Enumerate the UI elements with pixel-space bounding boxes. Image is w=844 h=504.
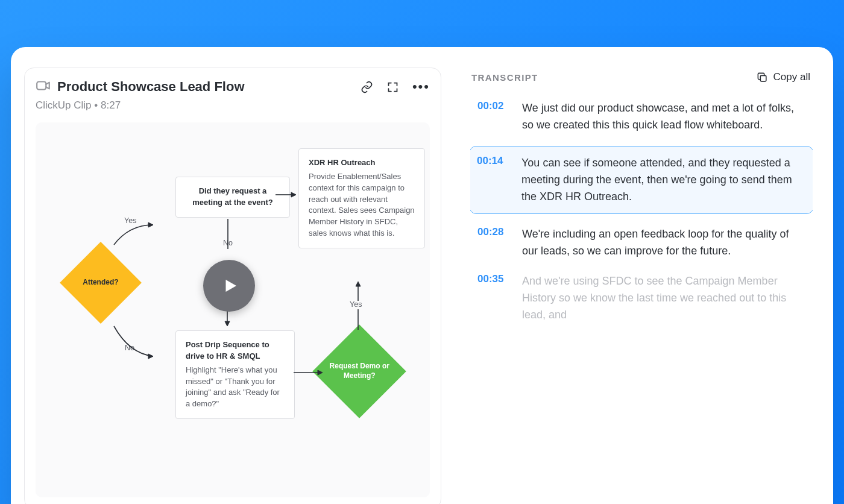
transcript-row[interactable]: 00:02 We just did our product showcase, … (470, 100, 813, 134)
node-meeting-question-text: Did they request a meeting at the event? (186, 186, 280, 209)
copy-icon (757, 72, 768, 83)
clip-duration: 8:27 (101, 99, 121, 111)
svg-marker-7 (291, 192, 296, 197)
node-xdr-title: XDR HR Outreach (309, 157, 415, 169)
node-attended-label: Attended? (83, 278, 118, 288)
transcript-heading: TRANSCRIPT (471, 72, 538, 83)
svg-rect-0 (37, 82, 46, 90)
svg-marker-2 (148, 354, 153, 359)
transcript-text: We just did our product showcase, and me… (522, 100, 804, 134)
svg-marker-12 (356, 282, 361, 286)
node-xdr-body: Provide Enablement/Sales context for thi… (309, 172, 415, 238)
node-xdr-outreach: XDR HR Outreach Provide Enablement/Sales… (298, 148, 425, 248)
separator: • (94, 99, 98, 111)
transcript-header: TRANSCRIPT Copy all (470, 71, 813, 100)
app-window: Product Showcase Lead Flow ••• ClickUp C… (11, 47, 833, 504)
node-request-demo: Request Demo or Meeting? (312, 324, 406, 418)
transcript-row-active[interactable]: 00:14 You can see if someone attended, a… (470, 146, 813, 215)
transcript-row[interactable]: 00:35 And we're using SFDC to see the Ca… (470, 273, 813, 324)
expand-icon[interactable] (386, 81, 399, 93)
more-icon[interactable]: ••• (412, 79, 430, 95)
svg-marker-1 (148, 222, 153, 227)
clip-header: Product Showcase Lead Flow ••• (36, 78, 430, 96)
edge-arrow (353, 279, 363, 335)
clip-title: Product Showcase Lead Flow (57, 79, 245, 95)
transcript-text: We're including an open feedback loop fo… (522, 226, 804, 260)
clip-card: Product Showcase Lead Flow ••• ClickUp C… (24, 68, 441, 504)
transcript-timestamp[interactable]: 00:02 (473, 100, 505, 134)
fade-overlay (470, 436, 813, 504)
edge-arrow (276, 190, 300, 200)
transcript-row[interactable]: 00:28 We're including an open feedback l… (470, 226, 813, 260)
copy-all-label: Copy all (773, 71, 810, 83)
clip-source: ClickUp Clip (36, 99, 92, 111)
node-attended: Attended? (60, 242, 142, 324)
transcript-list: 00:02 We just did our product showcase, … (470, 100, 813, 504)
node-post-title: Post Drip Sequence to drive to HR & SMQL (186, 339, 285, 362)
whiteboard-canvas: Attended? Did they request a meeting at … (36, 122, 430, 497)
node-request-demo-label: Request Demo or Meeting? (326, 362, 392, 380)
transcript-timestamp[interactable]: 00:28 (473, 226, 505, 260)
transcript-text: You can see if someone attended, and the… (521, 155, 805, 206)
edge-arrow (111, 323, 171, 359)
node-meeting-question: Did they request a meeting at the event? (175, 177, 290, 218)
svg-marker-5 (225, 321, 230, 326)
play-icon (221, 277, 239, 295)
transcript-text: And we're using SFDC to see the Campaign… (522, 273, 804, 324)
edge-arrow (224, 219, 234, 255)
video-icon (36, 78, 51, 96)
edge-arrow (294, 368, 326, 377)
transcript-timestamp[interactable]: 00:35 (473, 273, 505, 324)
edge-arrow (111, 222, 171, 246)
transcript-timestamp[interactable]: 00:14 (472, 155, 505, 206)
link-icon[interactable] (361, 81, 373, 93)
svg-rect-13 (760, 75, 766, 81)
node-post-body: Highlight "Here's what you missed" or "T… (186, 365, 280, 409)
svg-marker-9 (318, 370, 323, 375)
clip-actions: ••• (361, 79, 430, 95)
node-post-drip: Post Drip Sequence to drive to HR & SMQL… (175, 330, 295, 419)
clip-meta: ClickUp Clip • 8:27 (36, 99, 430, 112)
play-button[interactable] (203, 260, 255, 312)
transcript-pane: TRANSCRIPT Copy all 00:02 We just did ou… (470, 68, 813, 504)
copy-all-button[interactable]: Copy all (757, 71, 810, 83)
